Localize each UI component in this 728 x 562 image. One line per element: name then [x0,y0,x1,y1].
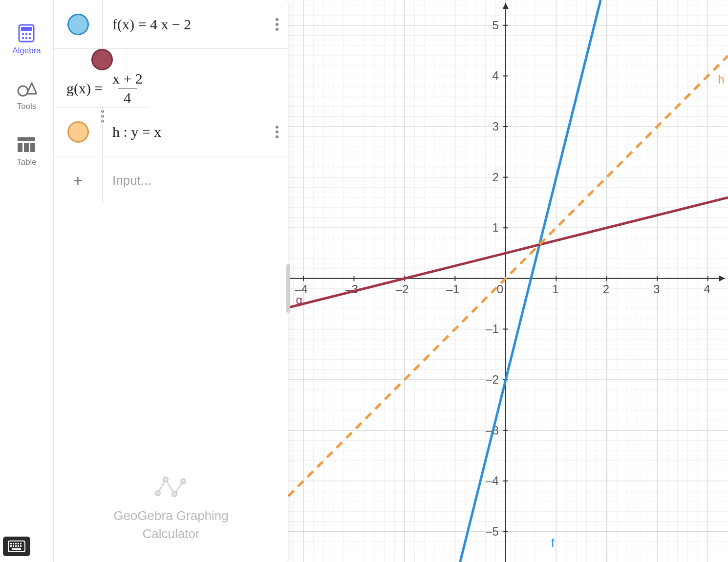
curve-label-h: h [718,73,724,86]
visibility-dot-h[interactable] [67,121,89,143]
svg-point-4 [29,33,31,35]
x-tick-label: 2 [603,282,609,296]
footer-text: GeoGebra GraphingCalculator [113,507,229,542]
svg-rect-164 [20,545,21,547]
y-tick-label: 3 [492,120,498,133]
svg-rect-160 [10,545,12,547]
y-tick-label: –4 [486,474,499,487]
series-g[interactable] [288,197,728,307]
svg-point-3 [25,33,27,35]
minor-gridlines [288,0,728,562]
svg-rect-165 [12,548,21,550]
left-navigation: Algebra Tools Table [0,0,54,562]
x-tick-label: 3 [653,282,660,296]
expression-input-row[interactable]: + Input... [54,156,288,205]
series-f[interactable] [460,0,601,562]
curve-label-f: f [551,536,555,549]
algebra-panel: f(x) = 4 x − 2 g(x) = x + 24 h : y = x [54,0,288,562]
x-tick-label: 1 [552,282,558,296]
table-icon [17,136,36,153]
y-tick-label: –1 [486,322,499,335]
expression-input-placeholder: Input... [112,173,151,188]
svg-rect-11 [24,143,29,152]
svg-rect-157 [15,543,17,544]
y-tick-label: 1 [492,221,498,234]
series-h[interactable] [288,56,728,496]
svg-rect-159 [20,543,21,544]
svg-rect-9 [18,137,35,141]
plus-icon: + [73,171,83,190]
visibility-dot-g[interactable] [91,49,113,70]
y-axis-arrow-icon [503,3,509,9]
svg-point-5 [22,37,24,39]
svg-point-6 [25,37,27,39]
nav-item-algebra[interactable]: Algebra [12,24,41,56]
y-tick-label: –5 [486,525,499,538]
expression-f: f(x) = 4 x − 2 [103,16,266,33]
nav-label-table: Table [17,157,37,167]
major-gridlines [288,0,728,562]
svg-rect-163 [18,545,19,547]
row-menu-f[interactable] [272,14,282,35]
svg-point-7 [29,37,31,39]
svg-rect-10 [18,143,22,152]
x-tick-label: 0 [497,282,503,296]
x-tick-label: –2 [396,282,409,296]
row-menu-h[interactable] [272,122,282,142]
expression-row-h[interactable]: h : y = x [54,108,288,156]
svg-rect-161 [13,545,14,547]
y-tick-label: –2 [486,373,499,386]
svg-point-14 [163,477,168,482]
shapes-icon [17,80,37,98]
keyboard-button[interactable] [3,537,30,556]
x-tick-label: 4 [704,282,710,296]
expression-row-f[interactable]: f(x) = 4 x − 2 [54,0,288,49]
svg-rect-1 [21,27,32,31]
svg-rect-162 [15,545,17,547]
y-tick-label: 5 [492,19,498,32]
expression-row-g[interactable]: g(x) = x + 24 [57,49,149,108]
svg-rect-12 [30,143,35,152]
nav-label-algebra: Algebra [12,46,41,56]
nav-item-tools[interactable]: Tools [17,80,37,111]
panel-footer: GeoGebra GraphingCalculator [54,475,288,562]
calculator-icon [17,24,36,42]
y-tick-label: 2 [492,171,498,184]
expression-g: g(x) = x + 24 [57,70,149,106]
geogebra-logo-icon [154,475,188,501]
nav-label-tools: Tools [17,102,37,111]
svg-point-2 [22,33,24,35]
graphing-area[interactable]: –4–3–2–101234–5–4–3–2–112345fgh [288,0,728,562]
x-tick-label: –1 [446,282,459,296]
svg-rect-156 [13,543,14,544]
svg-point-15 [172,492,177,497]
expression-h: h : y = x [103,124,266,140]
svg-rect-155 [10,543,12,544]
panel-resize-handle[interactable] [286,264,290,313]
visibility-dot-f[interactable] [67,14,89,35]
x-axis-arrow-icon [719,276,725,281]
svg-point-16 [181,479,186,484]
nav-item-table[interactable]: Table [17,136,37,167]
curve-label-g: g [296,293,302,306]
y-tick-label: 4 [492,69,498,82]
svg-point-13 [155,491,160,496]
svg-rect-158 [18,543,19,544]
